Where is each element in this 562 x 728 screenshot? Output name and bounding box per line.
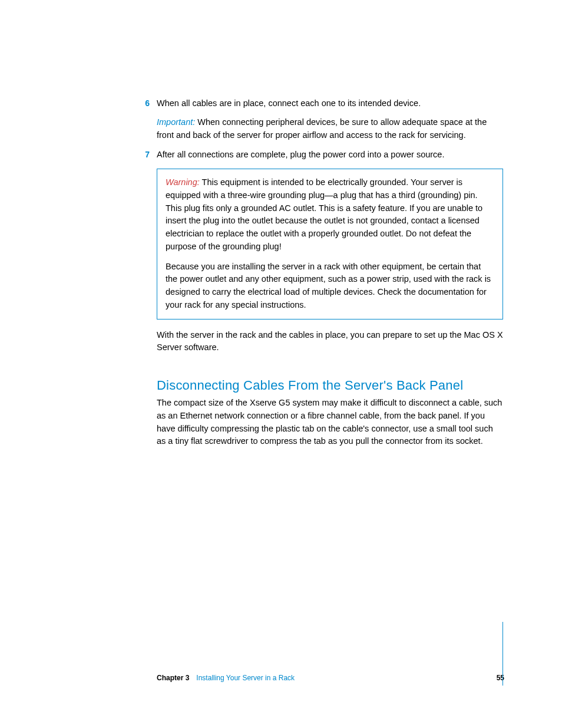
important-text: When connecting peripheral devices, be s…	[157, 117, 487, 140]
chapter-title: Installing Your Server in a Rack	[196, 674, 295, 682]
step-number: 7	[143, 149, 157, 162]
warning-text-1: This equipment is intended to be electri…	[166, 177, 482, 251]
page-footer: Chapter 3 Installing Your Server in a Ra…	[157, 674, 504, 682]
step-7: 7 After all connections are complete, pl…	[59, 149, 503, 162]
important-label: Important:	[157, 117, 195, 127]
step-number: 6	[143, 97, 157, 110]
footer-left: Chapter 3 Installing Your Server in a Ra…	[157, 674, 295, 682]
section-heading: Disconnecting Cables From the Server's B…	[157, 378, 503, 393]
warning-paragraph-1: Warning: This equipment is intended to b…	[166, 176, 494, 253]
warning-box: Warning: This equipment is intended to b…	[157, 169, 503, 319]
important-note: Important: When connecting peripheral de…	[157, 116, 503, 142]
footer-rule	[503, 622, 503, 686]
warning-paragraph-2: Because you are installing the server in…	[166, 261, 494, 312]
step-text: After all connections are complete, plug…	[157, 149, 503, 162]
warning-label: Warning:	[166, 177, 200, 187]
document-page: 6 When all cables are in place, connect …	[0, 0, 562, 728]
step-text: When all cables are in place, connect ea…	[157, 97, 503, 110]
step-6: 6 When all cables are in place, connect …	[59, 97, 503, 110]
closing-paragraph: With the server in the rack and the cabl…	[157, 329, 503, 355]
chapter-label: Chapter 3	[157, 674, 189, 682]
section-paragraph: The compact size of the Xserve G5 system…	[157, 397, 503, 448]
